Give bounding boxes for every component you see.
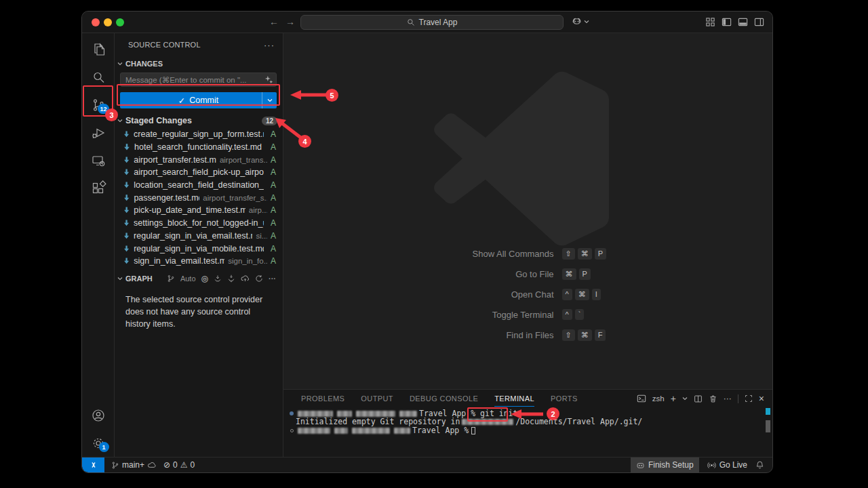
extensions-icon[interactable]: [82, 174, 115, 202]
markdown-file-icon: [123, 168, 130, 176]
tab-output[interactable]: OUTPUT: [361, 390, 393, 407]
file-row[interactable]: regular_sign_in_via_mobile.test.md... A: [115, 242, 283, 255]
shortcut-label: Go to File: [393, 269, 562, 279]
push-cloud-icon[interactable]: [241, 274, 250, 283]
sparkle-ai-icon[interactable]: [264, 75, 273, 84]
target-icon[interactable]: ◎: [201, 274, 208, 283]
file-row[interactable]: create_regular_sign_up_form.test.md A: [115, 128, 283, 141]
notifications-bell-icon[interactable]: [755, 460, 764, 470]
changes-section-header[interactable]: CHANGES: [115, 56, 283, 71]
settings-gear-icon[interactable]: 1: [82, 429, 115, 457]
status-bar: main+ ⊘ 0 ⚠ 0 Finish Setup Go Live: [82, 457, 772, 472]
chevron-down-icon: [117, 119, 123, 123]
terminal-scrollbar-thumb[interactable]: [766, 420, 770, 432]
git-branch-icon: [111, 461, 119, 470]
panel-more-actions-icon[interactable]: ···: [724, 394, 732, 403]
git-status-added: A: [271, 256, 276, 266]
command-center-search[interactable]: Travel App: [300, 15, 564, 30]
close-panel-icon[interactable]: ×: [759, 393, 764, 404]
chevron-down-icon[interactable]: [682, 396, 688, 401]
file-name: airport_transfer.test.md: [134, 155, 216, 165]
toolbar-divider: [738, 394, 738, 403]
remote-explorer-icon[interactable]: [82, 146, 115, 174]
accounts-icon[interactable]: [82, 401, 115, 429]
command-decoration-icon[interactable]: [288, 411, 296, 415]
commit-dropdown-button[interactable]: [262, 92, 277, 108]
command-decoration-icon[interactable]: [288, 429, 296, 432]
branch-status-item[interactable]: main+: [111, 460, 157, 470]
graph-more-actions-icon[interactable]: ···: [269, 274, 276, 283]
file-row[interactable]: settings_block_for_not_logged-in_u... A: [115, 217, 283, 230]
close-window-button[interactable]: [92, 18, 100, 26]
file-row[interactable]: regular_sign_in_via_email.test.md si... …: [115, 230, 283, 243]
kill-terminal-trash-icon[interactable]: [709, 394, 717, 403]
graph-auto-label[interactable]: Auto: [180, 274, 196, 283]
customize-layout-icon[interactable]: [705, 17, 715, 27]
terminal-cursor: [471, 427, 475, 434]
markdown-file-icon: [123, 245, 130, 253]
copilot-menu[interactable]: [572, 16, 589, 26]
activity-bar: 12 1: [82, 33, 115, 457]
file-row[interactable]: location_search_field_destination_l... A: [115, 179, 283, 192]
git-init-command: git init: [480, 409, 517, 418]
editor-area: Show All Commands ⇧⌘P Go to File ⌘P Open…: [283, 33, 772, 389]
markdown-file-icon: [123, 206, 130, 214]
error-icon: ⊘: [163, 460, 170, 470]
graph-section-header[interactable]: GRAPH Auto ◎ ···: [115, 270, 283, 287]
remote-indicator[interactable]: [82, 458, 104, 472]
finish-setup-button[interactable]: Finish Setup: [631, 458, 699, 472]
screenshot-stage: ← → Travel App: [0, 0, 868, 488]
file-row[interactable]: hotel_search_functionality.test.md A: [115, 141, 283, 154]
fetch-icon[interactable]: [214, 274, 222, 283]
more-actions-icon[interactable]: ···: [264, 40, 275, 50]
navigate-back-icon[interactable]: ←: [269, 16, 279, 27]
new-terminal-icon[interactable]: +: [671, 393, 676, 404]
repo-branch-icon[interactable]: [167, 274, 175, 283]
redacted-text: [334, 428, 348, 434]
maximize-panel-icon[interactable]: [745, 394, 753, 403]
branch-name: main+: [122, 460, 144, 470]
file-row[interactable]: sign_in_via_email.test.md sign_in_fo... …: [115, 255, 283, 268]
tab-problems[interactable]: PROBLEMS: [301, 390, 344, 407]
zoom-window-button[interactable]: [116, 18, 124, 26]
tab-debug-console[interactable]: DEBUG CONSOLE: [410, 390, 478, 407]
search-sidebar-icon[interactable]: [82, 63, 115, 91]
git-status-added: A: [271, 180, 276, 190]
toggle-panel-icon[interactable]: [738, 17, 748, 27]
staged-file-list: create_regular_sign_up_form.test.md A ho…: [115, 128, 283, 268]
staged-changes-header[interactable]: Staged Changes 12: [115, 113, 283, 128]
commit-button[interactable]: ✓ Commit: [120, 92, 277, 108]
toggle-secondary-sidebar-icon[interactable]: [754, 17, 764, 27]
file-row[interactable]: pick-up_date_and_time.test.md airp... A: [115, 204, 283, 217]
tab-ports[interactable]: PORTS: [551, 390, 578, 407]
sidebar-title: SOURCE CONTROL: [128, 41, 201, 49]
markdown-file-icon: [123, 232, 130, 240]
minimize-window-button[interactable]: [104, 18, 112, 26]
problems-status-item[interactable]: ⊘ 0 ⚠ 0: [163, 460, 195, 470]
file-row[interactable]: airport_transfer.test.md airport_trans..…: [115, 153, 283, 166]
file-row[interactable]: passenger.test.md airport_transfer_s... …: [115, 191, 283, 204]
run-debug-icon[interactable]: [82, 119, 115, 146]
pull-icon[interactable]: [227, 274, 235, 283]
split-terminal-icon[interactable]: [694, 394, 703, 403]
redacted-text: [298, 428, 330, 434]
terminal-content[interactable]: Travel App % git init Initialized empty …: [283, 407, 772, 457]
commit-message-input[interactable]: [120, 73, 277, 87]
navigate-forward-icon[interactable]: →: [285, 16, 295, 27]
source-control-icon[interactable]: 12: [82, 91, 115, 119]
explorer-icon[interactable]: [82, 35, 115, 63]
shell-label[interactable]: zsh: [652, 394, 665, 403]
copilot-icon: [572, 16, 582, 26]
shortcut-label: Toggle Terminal: [393, 310, 562, 320]
git-status-added: A: [271, 244, 276, 253]
file-name: location_search_field_destination_l...: [134, 180, 264, 190]
refresh-icon[interactable]: [255, 274, 263, 283]
scm-count-badge: 12: [98, 104, 108, 114]
toggle-primary-sidebar-icon[interactable]: [722, 17, 732, 27]
git-output-post: /Documents/Travel App/.git/: [515, 418, 642, 426]
go-live-button[interactable]: Go Live: [707, 460, 747, 470]
file-row[interactable]: airport_search_field_pick-up_airpor... A: [115, 166, 283, 179]
key-letter: I: [592, 289, 601, 300]
staged-count-badge: 12: [262, 117, 277, 125]
tab-terminal[interactable]: TERMINAL: [494, 390, 534, 407]
